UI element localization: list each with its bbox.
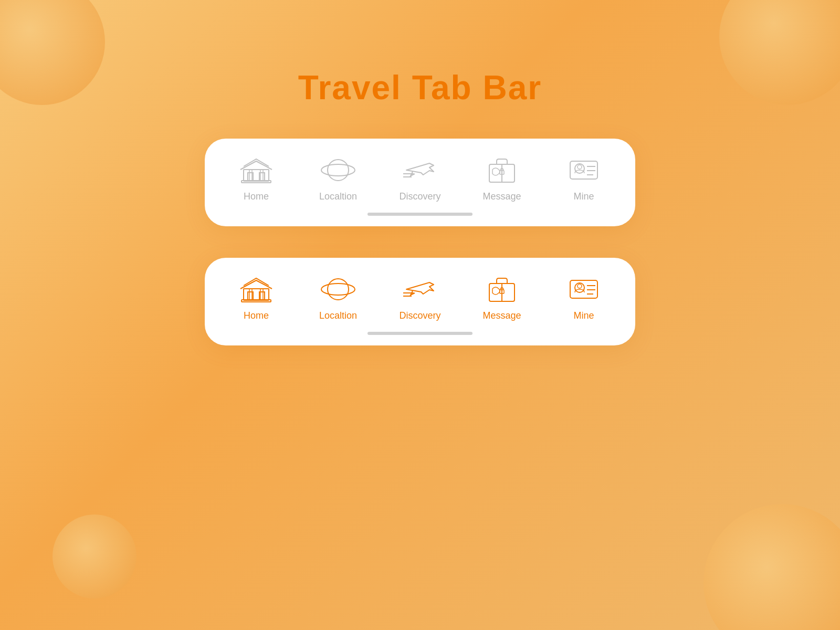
home-icon: [238, 154, 275, 186]
mine-icon: [565, 154, 602, 186]
inactive-tab-message[interactable]: Message: [465, 154, 539, 202]
active-tab-discovery[interactable]: Discovery: [383, 274, 457, 321]
inactive-tab-location[interactable]: Localtion: [301, 154, 375, 202]
inactive-tabbar-wrapper: Home Localtion: [0, 139, 840, 226]
inactive-tab-mine[interactable]: Mine: [547, 154, 621, 202]
mine-icon-active: [565, 274, 602, 305]
svg-point-32: [321, 284, 355, 295]
active-message-label: Message: [482, 310, 521, 321]
discovery-icon: [402, 154, 438, 186]
location-icon-active: [320, 274, 356, 305]
inactive-tab-bar: Home Localtion: [205, 139, 635, 226]
active-home-label: Home: [244, 310, 269, 321]
discovery-icon-active: [402, 274, 438, 305]
active-tab-home[interactable]: Home: [219, 274, 293, 321]
svg-point-18: [578, 165, 582, 169]
inactive-message-label: Message: [482, 191, 521, 202]
active-mine-label: Mine: [573, 310, 594, 321]
active-tabbar-wrapper: Home Localtion: [0, 258, 840, 345]
svg-point-9: [328, 160, 349, 181]
active-location-label: Localtion: [319, 310, 357, 321]
inactive-location-label: Localtion: [319, 191, 357, 202]
active-tab-bar: Home Localtion: [205, 258, 635, 345]
svg-point-40: [578, 284, 582, 288]
deco-circle-bottomleft: [52, 514, 136, 598]
location-icon: [320, 154, 356, 186]
inactive-tab-discovery[interactable]: Discovery: [383, 154, 457, 202]
svg-point-31: [328, 279, 349, 300]
inactive-discovery-label: Discovery: [399, 191, 440, 202]
deco-circle-bottomright: [704, 504, 840, 630]
message-icon: [484, 154, 520, 186]
inactive-home-label: Home: [244, 191, 269, 202]
home-icon-active: [238, 274, 275, 305]
svg-point-10: [321, 164, 355, 176]
active-tab-mine[interactable]: Mine: [547, 274, 621, 321]
active-tab-message[interactable]: Message: [465, 274, 539, 321]
active-home-indicator: [368, 332, 472, 335]
inactive-home-indicator: [368, 213, 472, 216]
active-tab-location[interactable]: Localtion: [301, 274, 375, 321]
active-discovery-label: Discovery: [399, 310, 440, 321]
inactive-tab-items: Home Localtion: [215, 154, 625, 211]
page-title: Travel Tab Bar: [0, 68, 840, 107]
inactive-tab-home[interactable]: Home: [219, 154, 293, 202]
inactive-mine-label: Mine: [573, 191, 594, 202]
message-icon-active: [484, 274, 520, 305]
active-tab-items: Home Localtion: [215, 274, 625, 330]
